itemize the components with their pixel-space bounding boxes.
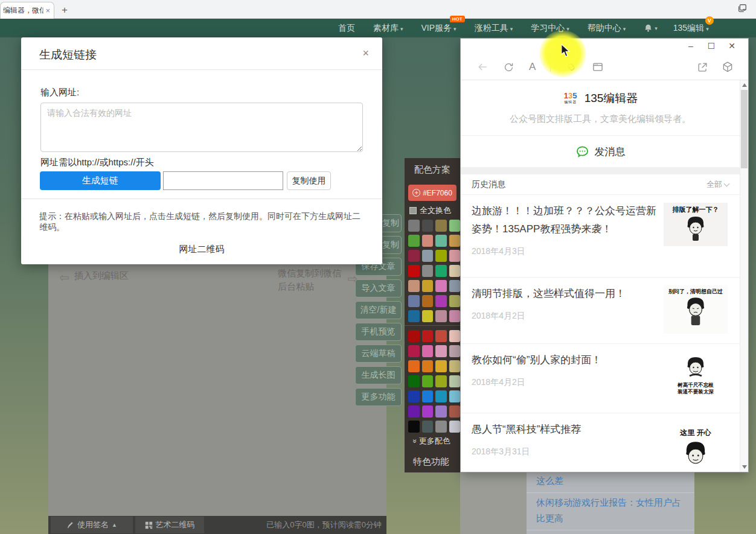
color-swatch[interactable] bbox=[422, 390, 434, 402]
history-filter-dropdown[interactable]: 全部 bbox=[706, 179, 729, 190]
more-functions-button[interactable]: 更多功能 bbox=[355, 388, 402, 406]
art-qrcode-button[interactable]: 艺术二维码 bbox=[135, 517, 204, 533]
article-title[interactable]: 教你如何“偷”别人家的封面！ bbox=[472, 351, 660, 369]
article-link[interactable]: 爱奇艺上市，8年抗战中它走对了哪几 bbox=[527, 530, 694, 534]
color-swatch[interactable] bbox=[435, 220, 447, 232]
browser-window-icon[interactable] bbox=[592, 61, 604, 73]
shortlink-result-input[interactable] bbox=[163, 171, 283, 190]
nav-home[interactable]: 首页 bbox=[338, 23, 355, 34]
long-image-button[interactable]: 生成长图 bbox=[355, 366, 402, 384]
scrollbar-thumb[interactable] bbox=[741, 90, 748, 168]
color-swatch[interactable] bbox=[449, 360, 461, 372]
article-title[interactable]: 清明节排版，这些样式值得一用！ bbox=[472, 285, 660, 303]
minimize-button[interactable]: – bbox=[681, 40, 701, 53]
refresh-icon[interactable] bbox=[503, 62, 514, 73]
full-recolor-checkbox[interactable]: 全文换色 bbox=[409, 205, 460, 216]
color-swatch[interactable] bbox=[408, 265, 420, 277]
current-color-button[interactable]: + #EF7060 bbox=[408, 185, 456, 201]
mobile-preview-button[interactable]: 手机预览 bbox=[355, 323, 402, 341]
article-item[interactable]: 边旅游！！！边加班？？？公众号运营新姿势！135APP教程强势来袭！ 2018年… bbox=[461, 195, 740, 278]
import-article-button[interactable]: 导入文章 bbox=[355, 279, 402, 297]
color-swatch[interactable] bbox=[422, 220, 434, 232]
color-swatch[interactable] bbox=[435, 390, 447, 402]
color-swatch[interactable] bbox=[435, 295, 447, 307]
color-swatch[interactable] bbox=[449, 390, 461, 402]
color-swatch[interactable] bbox=[449, 345, 461, 357]
color-swatch[interactable] bbox=[435, 405, 447, 418]
window-titlebar[interactable]: – ☐ ✕ bbox=[461, 39, 748, 54]
tab-close-icon[interactable]: × bbox=[45, 6, 50, 15]
url-input[interactable] bbox=[40, 103, 363, 152]
color-swatch[interactable] bbox=[449, 280, 461, 292]
color-swatch[interactable] bbox=[435, 360, 447, 372]
article-title[interactable]: 边旅游！！！边加班？？？公众号运营新姿势！135APP教程强势来袭！ bbox=[472, 202, 660, 238]
scroll-down-arrow-icon[interactable] bbox=[742, 465, 747, 469]
article-item[interactable]: 清明节排版，这些样式值得一用！ 2018年4月2日 别问了，清明想自己过 bbox=[461, 278, 740, 344]
article-thumbnail[interactable]: 别问了，清明想自己过 bbox=[664, 285, 728, 334]
article-thumbnail[interactable]: 排版了解一下？ bbox=[664, 203, 728, 246]
share-icon[interactable] bbox=[697, 62, 708, 73]
nav-user-menu[interactable]: 135编辑▾V bbox=[673, 23, 709, 34]
color-swatch[interactable] bbox=[408, 235, 420, 247]
signature-button[interactable]: 使用签名 ▲ bbox=[51, 517, 133, 533]
color-swatch[interactable] bbox=[449, 405, 461, 418]
color-swatch[interactable] bbox=[449, 265, 461, 277]
clear-new-button[interactable]: 清空/新建 bbox=[355, 301, 402, 319]
notification-bell[interactable]: ▾ bbox=[644, 24, 658, 33]
article-title[interactable]: 愚人节“黑科技”样式推荐 bbox=[472, 421, 660, 439]
color-swatch[interactable] bbox=[422, 265, 434, 277]
scroll-up-arrow-icon[interactable] bbox=[742, 83, 747, 87]
browser-tab[interactable]: 编辑器，微信 × bbox=[0, 2, 54, 19]
maximize-button[interactable]: ☐ bbox=[701, 40, 722, 53]
nav-fan-tools[interactable]: 涨粉工具▾ bbox=[475, 23, 513, 34]
color-swatch[interactable] bbox=[435, 235, 447, 247]
color-swatch[interactable] bbox=[422, 330, 434, 342]
nav-vip-service[interactable]: VIP服务▾HOT bbox=[421, 23, 456, 34]
color-swatch[interactable] bbox=[422, 235, 434, 247]
tab-restore-icon[interactable] bbox=[737, 3, 748, 14]
color-swatch[interactable] bbox=[449, 235, 461, 247]
color-swatch[interactable] bbox=[422, 250, 434, 262]
cloud-draft-button[interactable]: 云端草稿 bbox=[355, 345, 402, 363]
color-swatch[interactable] bbox=[408, 375, 420, 387]
color-swatch[interactable] bbox=[408, 421, 420, 433]
article-link[interactable]: 休闲移动游戏行业报告：女性用户占比更高 bbox=[527, 493, 694, 530]
color-swatch[interactable] bbox=[435, 421, 447, 433]
color-swatch[interactable] bbox=[449, 250, 461, 262]
color-swatch[interactable] bbox=[408, 280, 420, 292]
color-swatch[interactable] bbox=[449, 330, 461, 342]
color-swatch[interactable] bbox=[435, 375, 447, 387]
color-swatch[interactable] bbox=[449, 310, 461, 322]
color-swatch[interactable] bbox=[408, 220, 420, 232]
color-swatch[interactable] bbox=[408, 405, 420, 418]
article-link[interactable]: 这么差 bbox=[527, 472, 694, 492]
new-tab-button[interactable]: + bbox=[58, 4, 71, 17]
article-thumbnail[interactable]: 树高千尺不忘根 装逼不要装太深 bbox=[664, 352, 728, 407]
color-swatch[interactable] bbox=[422, 360, 434, 372]
color-swatch[interactable] bbox=[422, 310, 434, 322]
color-swatch[interactable] bbox=[422, 345, 434, 357]
color-swatch[interactable] bbox=[408, 360, 420, 372]
article-item[interactable]: 教你如何“偷”别人家的封面！ 2018年4月2日 树高千尺不忘根 装逼不要装太深 bbox=[461, 344, 740, 413]
color-swatch[interactable] bbox=[408, 295, 420, 307]
cube-icon[interactable] bbox=[722, 61, 734, 73]
color-swatch[interactable] bbox=[435, 265, 447, 277]
color-swatch[interactable] bbox=[408, 250, 420, 262]
color-swatch[interactable] bbox=[422, 280, 434, 292]
color-swatch[interactable] bbox=[435, 345, 447, 357]
color-swatch[interactable] bbox=[422, 295, 434, 307]
color-swatch[interactable] bbox=[408, 345, 420, 357]
generate-shortlink-button[interactable]: 生成短链 bbox=[40, 171, 161, 190]
color-swatch[interactable] bbox=[422, 375, 434, 387]
color-swatch[interactable] bbox=[435, 280, 447, 292]
send-message-button[interactable]: 发消息 bbox=[461, 136, 740, 167]
color-swatch[interactable] bbox=[435, 310, 447, 322]
color-swatch[interactable] bbox=[435, 330, 447, 342]
nav-help-center[interactable]: 帮助中心▾ bbox=[588, 23, 626, 34]
color-swatch[interactable] bbox=[422, 405, 434, 418]
close-icon[interactable]: × bbox=[362, 47, 369, 60]
font-icon[interactable]: A bbox=[529, 61, 536, 73]
copy-use-button[interactable]: 复制使用 bbox=[287, 171, 331, 190]
close-button[interactable]: ✕ bbox=[722, 40, 742, 53]
color-swatch[interactable] bbox=[435, 250, 447, 262]
